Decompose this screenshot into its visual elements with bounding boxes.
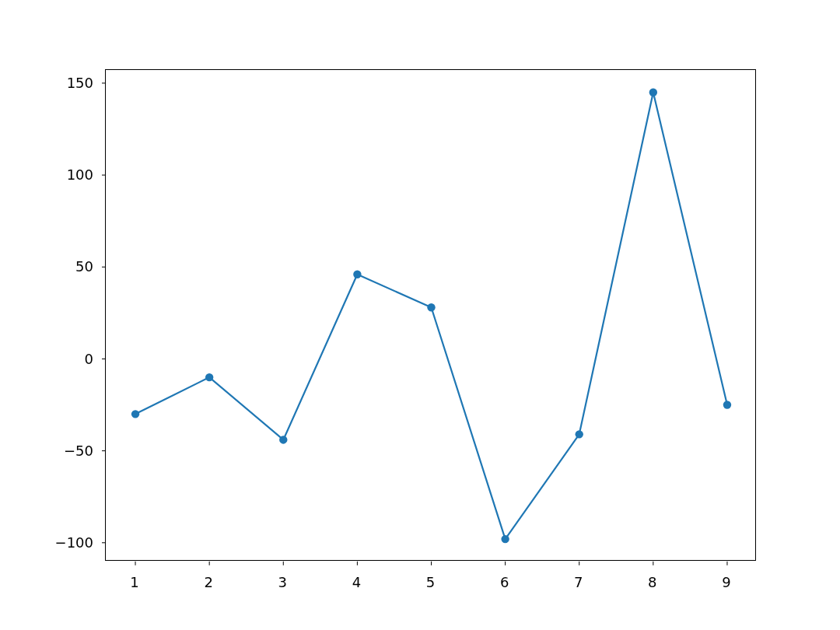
x-tick-label: 9 — [722, 574, 730, 590]
data-point — [576, 430, 583, 438]
data-point — [279, 436, 287, 443]
data-point — [501, 535, 509, 543]
y-tick-label: −100 — [55, 534, 93, 550]
data-point — [353, 271, 361, 278]
figure: 123456789−100−50050100150 — [0, 0, 840, 630]
x-tick-label: 2 — [204, 574, 212, 590]
x-tick-label: 7 — [574, 574, 583, 590]
y-tick-label: 0 — [85, 350, 93, 366]
data-point — [427, 303, 435, 311]
x-tick-label: 4 — [352, 574, 361, 590]
x-tick-label: 3 — [278, 574, 287, 590]
data-point — [723, 401, 731, 408]
data-point — [205, 373, 213, 381]
x-tick-label: 1 — [130, 574, 138, 590]
y-tick-label: 150 — [67, 75, 93, 91]
x-tick-label: 5 — [426, 574, 435, 590]
y-tick-label: 100 — [67, 166, 93, 183]
x-tick-label: 8 — [648, 574, 656, 590]
series-line — [135, 93, 727, 539]
x-tick-label: 6 — [500, 574, 509, 590]
data-point — [131, 410, 139, 418]
y-tick-label: −50 — [64, 442, 93, 458]
line-chart — [106, 70, 757, 562]
y-tick-label: 50 — [75, 258, 93, 275]
plot-axes — [105, 69, 756, 561]
data-point — [649, 89, 657, 96]
